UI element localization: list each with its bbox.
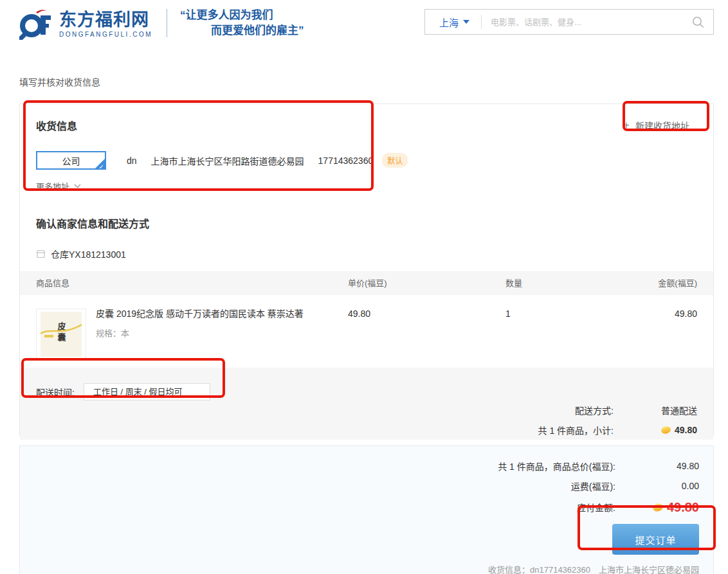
delivery-band: 配送时间: 工作日 / 周末 / 假日均可 配送方式: 普通配送 共 1 件商品… [20,368,713,440]
shipping-info-title: 收货信息 [36,118,77,133]
logo-text: 东方福利网 DONGFANGFULI.COM [59,10,152,38]
product-info: 皮囊 2019纪念版 感动千万读者的国民读本 蔡崇达著 规格：本 [96,309,304,360]
delivery-time-row: 配送时间: 工作日 / 周末 / 假日均可 [36,383,697,400]
more-addresses-label: 更多地址 [36,180,69,192]
logo[interactable]: 东方福利网 DONGFANGFULI.COM [19,8,152,40]
checkout-page: 东方福利网 DONGFANGFULI.COM “让更多人因为我们 而更爱他们的雇… [0,0,728,574]
shop-icon [36,249,46,258]
amount-value: 49.80 [615,309,697,360]
new-address-label: 新建收货地址 [635,119,689,132]
shipping-row: 运费(福豆): 0.00 [34,480,699,492]
warehouse-label: 仓库YX181213001 [51,247,126,260]
address-text: 上海市上海长宁区华阳路街道德必易园 [151,154,304,167]
check-icon: ✓ [99,163,104,170]
city-selector[interactable]: 上海 [425,15,481,29]
product-title[interactable]: 皮囊 2019纪念版 感动千万读者的国民读本 蔡崇达著 [96,309,304,319]
coin-icon [652,503,664,512]
logo-mark-icon [19,8,53,40]
delivery-time-select[interactable]: 工作日 / 周末 / 假日均可 [84,383,210,400]
site-header: 东方福利网 DONGFANGFULI.COM “让更多人因为我们 而更爱他们的雇… [0,0,728,58]
slogan: “让更多人因为我们 而更爱他们的雇主” [180,8,304,39]
shipping-label: 运费(福豆): [571,480,615,492]
col-unit-price: 单价(福豆) [348,271,505,295]
quantity-value: 1 [505,309,615,360]
unit-price-value: 49.80 [348,309,505,360]
search-box: 上海 [424,9,714,35]
table-row: 皮囊 皮囊 2019纪念版 感动千万读者的国民读本 蔡崇达著 规格：本 49.8… [20,295,713,368]
col-quantity: 数量 [505,271,615,295]
address-tag-company[interactable]: 公司 ✓ [36,151,106,170]
payable-value-wrap: 49.80 [615,500,699,515]
col-amount: 金额(福豆) [615,271,697,295]
total-label: 共 1 件商品，商品总价(福豆): [498,460,615,472]
more-addresses-toggle[interactable]: 更多地址 [36,180,94,192]
summary-card: 共 1 件商品，商品总价(福豆): 49.80 运费(福豆): 0.00 应付金… [19,445,714,574]
submit-order-button[interactable]: 提交订单 [612,524,699,555]
phone-number: 17714362360 [318,156,374,166]
table-header: 商品信息 单价(福豆) 数量 金额(福豆) [20,271,713,295]
product-cell: 皮囊 皮囊 2019纪念版 感动千万读者的国民读本 蔡崇达著 规格：本 [36,309,348,360]
brand-domain: DONGFANGFULI.COM [59,31,152,38]
product-image[interactable]: 皮囊 [36,309,86,360]
city-label: 上海 [439,15,459,29]
col-product: 商品信息 [36,271,348,295]
shipping-value: 0.00 [615,481,699,491]
header-divider [167,9,167,37]
brand-name: 东方福利网 [59,10,152,30]
book-cover-art: 皮囊 [41,312,82,357]
subtotal-value-wrap: 49.80 [614,425,697,435]
subtotal-row: 共 1 件商品，小计: 49.80 [36,422,697,438]
page-title: 填写并核对收货信息 [19,75,728,88]
plus-icon: + [623,119,630,132]
order-card: 收货信息 + 新建收货地址 公司 ✓ dn 上海市上海长宁区华阳路街道德必易园 … [19,103,714,436]
delivery-method-label: 配送方式: [575,404,614,417]
chevron-down-icon [463,20,469,24]
delivery-method-value: 普通配送 [614,404,697,417]
payable-label: 应付金额: [577,501,615,514]
delivery-method-row: 配送方式: 普通配送 [36,403,697,417]
chevron-down-icon [74,184,81,188]
payable-row: 应付金额: 49.80 [34,499,699,516]
coin-icon [660,426,671,435]
subtotal-value: 49.80 [675,425,697,435]
merchant-section-title: 确认商家信息和配送方式 [36,215,697,231]
delivery-time-label: 配送时间: [36,386,75,399]
default-badge: 默认 [382,153,408,168]
address-row: 公司 ✓ dn 上海市上海长宁区华阳路街道德必易园 17714362360 默认 [36,151,697,170]
new-address-button[interactable]: + 新建收货地址 [623,119,697,132]
total-value: 49.80 [615,461,699,471]
shipping-summary-note: 收货信息：dn17714362360 上海市上海长宁区德必易园 [34,563,699,574]
address-tag-label: 公司 [62,154,80,167]
payable-value: 49.80 [667,500,699,515]
recipient-name: dn [127,156,137,166]
total-row: 共 1 件商品，商品总价(福豆): 49.80 [34,460,699,472]
warehouse-row: 仓库YX181213001 [36,247,697,260]
search-icon[interactable] [692,16,704,28]
product-spec: 规格：本 [96,327,304,339]
search-input[interactable] [482,17,692,27]
subtotal-label: 共 1 件商品，小计: [538,424,614,436]
slogan-line-1: “让更多人因为我们 [180,8,304,23]
slogan-line-2: 而更爱他们的雇主” [180,23,304,39]
cover-swoosh-decoration [41,321,82,339]
